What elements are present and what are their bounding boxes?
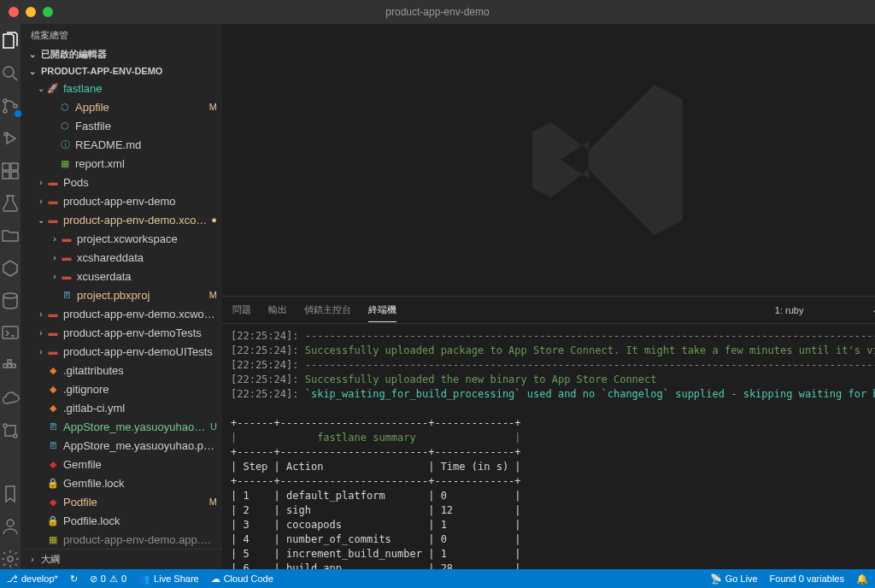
file-label: product-app-env-demo — [63, 195, 217, 208]
file-fastfile[interactable]: ⬡Fastfile — [21, 116, 222, 135]
tab-debug-console[interactable]: 偵錯主控台 — [304, 298, 351, 321]
sidebar-title: 檔案總管 — [21, 24, 222, 45]
folder-workspace[interactable]: ›▬project.xcworkspace — [21, 229, 222, 248]
extensions-icon[interactable] — [0, 161, 21, 181]
maximize-window-icon[interactable] — [43, 7, 53, 17]
file-label: product-app-env-demoTests — [63, 326, 217, 339]
terminal-output[interactable]: [22:25:24]: ----------------------------… — [222, 324, 875, 569]
svg-rect-15 — [8, 360, 11, 363]
svg-rect-7 — [3, 172, 9, 179]
folder-icon: ▬ — [60, 250, 73, 264]
file-gitignore[interactable]: ◆.gitignore — [21, 379, 222, 398]
status-branch[interactable]: ⎇develop* — [7, 573, 58, 585]
git-modified-badge: M — [209, 102, 217, 112]
file-gitlabci[interactable]: ◆.gitlab-ci.yml — [21, 398, 222, 417]
output-icon[interactable] — [0, 323, 21, 344]
git-compare-icon[interactable] — [0, 420, 21, 441]
zip-icon: ▦ — [46, 532, 60, 546]
close-window-icon[interactable] — [9, 7, 19, 17]
status-bell[interactable]: 🔔 — [856, 573, 868, 585]
folder-xcuser[interactable]: ›▬xcuserdata — [21, 267, 222, 285]
file-readme[interactable]: ⓘREADME.md — [21, 135, 222, 154]
status-bar: ⎇develop* ↻ ⊘0⚠0 👥Live Share ☁Cloud Code… — [0, 569, 875, 588]
bottom-panel: 問題 輸出 偵錯主控台 終端機 1: ruby⌄ ＋ ▯▯ 🗑 ⌃ ✕ [22:… — [222, 296, 875, 569]
file-appstore2[interactable]: 🖹AppStore_me.yasuoyuhao.product-app-… — [21, 436, 222, 455]
svg-marker-9 — [3, 261, 17, 276]
folder-tests[interactable]: ›▬product-app-env-demoTests — [21, 323, 222, 342]
file-label: project.pbxproj — [77, 289, 206, 302]
folder-nav-icon[interactable] — [0, 226, 21, 246]
file-label: product-app-env-demoUITests — [63, 345, 217, 358]
status-problems[interactable]: ⊘0⚠0 — [90, 573, 126, 585]
explorer-icon[interactable] — [0, 31, 21, 51]
empty-editor — [222, 24, 875, 296]
lock-icon: 🔒 — [46, 476, 60, 490]
minimize-window-icon[interactable] — [26, 7, 36, 17]
file-label: xcuserdata — [77, 270, 217, 283]
file-label: README.md — [75, 138, 217, 151]
docker-icon[interactable] — [0, 356, 21, 376]
folder-xcworkspace[interactable]: ›▬product-app-env-demo.xcworkspace — [21, 304, 222, 323]
file-podfile[interactable]: ◆PodfileM — [21, 492, 222, 511]
file-appstore1[interactable]: 🖹AppStore_me.yasuoyuhao.product-…U — [21, 417, 222, 436]
file-pbxproj[interactable]: 🖹project.pbxprojM — [21, 285, 222, 304]
tab-terminal[interactable]: 終端機 — [368, 298, 396, 322]
outline-section[interactable]: ›大綱 — [21, 549, 222, 569]
warning-icon: ⚠ — [109, 573, 118, 585]
tab-output[interactable]: 輸出 — [268, 298, 287, 321]
status-golive[interactable]: 📡Go Live — [710, 573, 758, 585]
search-icon[interactable] — [0, 63, 21, 84]
tab-problems[interactable]: 問題 — [232, 298, 251, 321]
chevron-down-icon: ⌄ — [872, 304, 875, 315]
account-icon[interactable] — [0, 516, 21, 537]
status-liveshare[interactable]: 👥Live Share — [138, 573, 199, 585]
terminal-selector[interactable]: 1: ruby⌄ — [775, 304, 875, 315]
folder-demo[interactable]: ›▬product-app-env-demo — [21, 191, 222, 210]
broadcast-icon: 📡 — [710, 573, 722, 585]
file-gitattr[interactable]: ◆.gitattributes — [21, 361, 222, 379]
file-appfile[interactable]: ⬡AppfileM — [21, 97, 222, 116]
settings-gear-icon[interactable] — [0, 549, 21, 569]
cloud-icon[interactable] — [0, 388, 21, 409]
cloud-icon: ☁ — [211, 573, 220, 585]
file-label: Gemfile.lock — [63, 477, 217, 490]
file-icon: ⬡ — [58, 100, 72, 114]
branch-label: develop* — [21, 573, 58, 584]
folder-icon: ▬ — [46, 326, 60, 339]
file-dsym[interactable]: ▦product-app-env-demo.app.dSYM.zip — [21, 530, 222, 549]
kubernetes-icon[interactable] — [0, 258, 21, 279]
folder-icon: ▬ — [46, 213, 60, 226]
outline-label: 大綱 — [41, 553, 60, 566]
file-podlock[interactable]: 🔒Podfile.lock — [21, 511, 222, 530]
status-sync[interactable]: ↻ — [70, 573, 78, 585]
ruby-icon: ◆ — [46, 457, 60, 471]
bookmark-icon[interactable] — [0, 484, 21, 504]
folder-xcshared[interactable]: ›▬xcshareddata — [21, 248, 222, 267]
svg-point-0 — [3, 67, 14, 77]
panel-tab-bar: 問題 輸出 偵錯主控台 終端機 1: ruby⌄ ＋ ▯▯ 🗑 ⌃ ✕ — [222, 297, 875, 324]
file-gemlock[interactable]: 🔒Gemfile.lock — [21, 473, 222, 492]
svg-rect-6 — [11, 163, 18, 170]
file-label: Podfile.lock — [63, 514, 217, 527]
status-variables[interactable]: Found 0 variables — [770, 573, 844, 585]
folder-uitests[interactable]: ›▬product-app-env-demoUITests — [21, 342, 222, 361]
project-section[interactable]: ⌄PRODUCT-APP-ENV-DEMO — [21, 63, 222, 79]
file-tree: ⌄🚀fastlane ⬡AppfileM ⬡Fastfile ⓘREADME.m… — [21, 79, 222, 549]
bell-icon: 🔔 — [856, 573, 868, 585]
open-editors-section[interactable]: ⌄已開啟的編輯器 — [21, 45, 222, 63]
file-report[interactable]: ▦report.xml — [21, 154, 222, 173]
status-cloudcode[interactable]: ☁Cloud Code — [211, 573, 273, 585]
title-bar: product-app-env-demo — [0, 0, 875, 24]
cloudcode-label: Cloud Code — [224, 573, 273, 584]
testing-icon[interactable] — [0, 193, 21, 214]
file-label: .gitattributes — [63, 364, 217, 377]
svg-point-4 — [4, 132, 8, 136]
debug-icon[interactable] — [0, 128, 21, 149]
folder-pods[interactable]: ›▬Pods — [21, 173, 222, 191]
file-gemfile[interactable]: ◆Gemfile — [21, 455, 222, 473]
terminal-selector-label: 1: ruby — [775, 305, 804, 315]
folder-xcodeproj[interactable]: ⌄▬product-app-env-demo.xcodeproj● — [21, 210, 222, 229]
database-icon[interactable] — [0, 291, 21, 311]
folder-fastlane[interactable]: ⌄🚀fastlane — [21, 79, 222, 97]
source-control-icon[interactable] — [0, 96, 21, 116]
